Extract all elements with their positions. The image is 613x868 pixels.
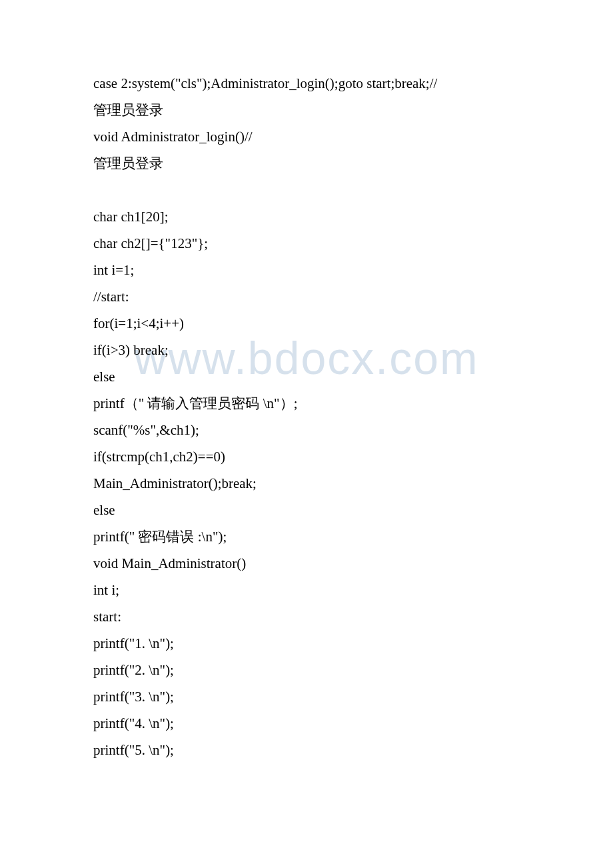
code-line: printf("3. \n"); — [93, 683, 520, 710]
code-line: printf（" 请输入管理员密码 \n"）; — [93, 390, 520, 417]
code-line: scanf("%s",&ch1); — [93, 417, 520, 443]
code-line: void Administrator_login()// — [93, 123, 520, 150]
code-line: 管理员登录 — [93, 150, 520, 177]
code-line: Main_Administrator();break; — [93, 470, 520, 497]
code-line: if(strcmp(ch1,ch2)==0) — [93, 443, 520, 470]
code-line: void Main_Administrator() — [93, 550, 520, 577]
code-line: start: — [93, 603, 520, 630]
code-line: printf("2. \n"); — [93, 657, 520, 683]
document-body: case 2:system("cls");Administrator_login… — [0, 0, 613, 763]
code-line: 管理员登录 — [93, 97, 520, 123]
code-line: printf("4. \n"); — [93, 710, 520, 737]
code-line: char ch2[]={"123"}; — [93, 230, 520, 257]
blank-line — [93, 177, 520, 203]
code-line: printf("5. \n"); — [93, 737, 520, 763]
code-line: for(i=1;i<4;i++) — [93, 310, 520, 337]
code-line: else — [93, 497, 520, 523]
code-line: char ch1[20]; — [93, 203, 520, 230]
code-line: printf("1. \n"); — [93, 630, 520, 657]
code-line: if(i>3) break; — [93, 337, 520, 363]
code-line: printf(" 密码错误 :\n"); — [93, 523, 520, 550]
code-line: int i; — [93, 577, 520, 603]
code-line: else — [93, 363, 520, 390]
code-line: case 2:system("cls");Administrator_login… — [93, 70, 520, 97]
code-line: //start: — [93, 283, 520, 310]
code-line: int i=1; — [93, 257, 520, 283]
